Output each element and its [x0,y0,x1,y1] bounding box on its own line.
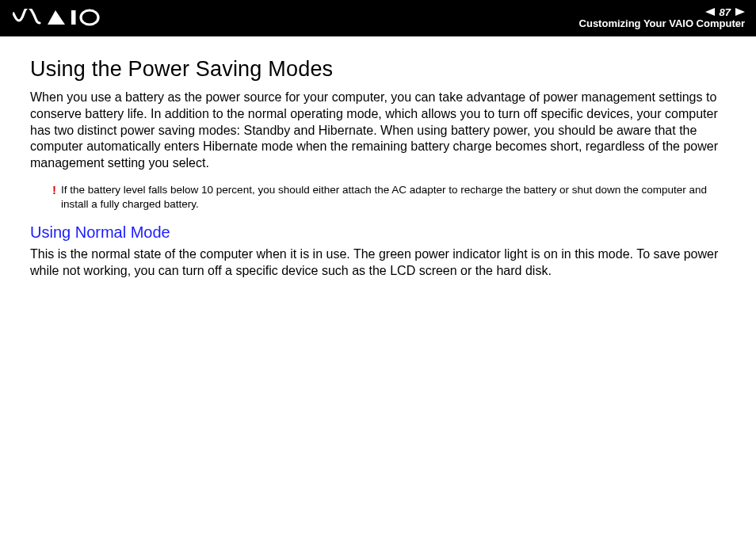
header-nav: 87 Customizing Your VAIO Computer [579,7,745,30]
header-bar: 87 Customizing Your VAIO Computer [0,0,756,36]
prev-page-arrow-icon[interactable] [705,7,715,18]
warning-icon: ! [52,184,56,196]
next-page-arrow-icon[interactable] [735,7,745,18]
warning-text: If the battery level falls below 10 perc… [61,183,726,211]
svg-marker-2 [705,8,715,16]
warning-block: ! If the battery level falls below 10 pe… [30,183,726,211]
svg-marker-3 [735,8,745,16]
intro-paragraph: When you use a battery as the power sour… [30,90,726,172]
svg-point-1 [81,10,98,25]
subheading-normal-mode: Using Normal Mode [30,223,726,242]
page-content: Using the Power Saving Modes When you us… [0,36,756,280]
section-title: Customizing Your VAIO Computer [579,18,745,29]
svg-rect-0 [71,10,76,25]
page-number: 87 [720,7,731,18]
page-title: Using the Power Saving Modes [30,57,726,82]
normal-mode-paragraph: This is the normal state of the computer… [30,246,726,280]
vaio-logo [13,9,100,28]
